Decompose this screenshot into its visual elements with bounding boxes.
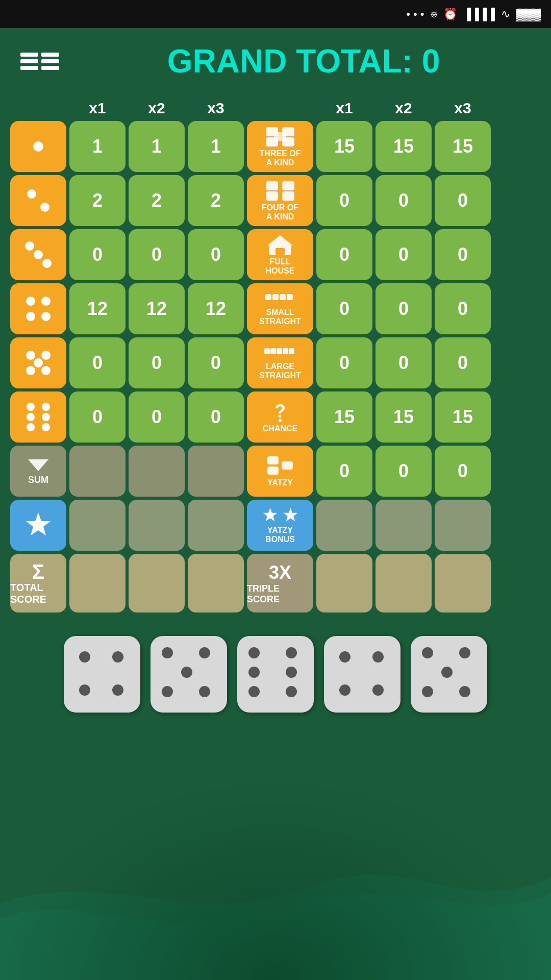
score-fives-x1[interactable]: 0 [69,337,126,388]
die-twos[interactable] [10,175,66,226]
col-header-x3: x3 [188,100,244,117]
total-score-cell[interactable]: Σ TOTAL SCORE [10,554,66,612]
yatzy-bonus-x2[interactable] [375,500,432,551]
die-3[interactable] [237,636,314,713]
score-full-house-x1[interactable]: 0 [316,229,372,280]
score-sixes-x1[interactable]: 0 [69,391,126,443]
score-fives-x3[interactable]: 0 [188,337,244,388]
score-full-house-x3[interactable]: 0 [435,229,491,280]
svg-rect-35 [289,348,294,354]
score-three-kind-x1[interactable]: 15 [316,121,372,172]
die-face-2 [20,183,56,218]
large-straight-cell[interactable]: LARGESTRAIGHT [247,337,313,388]
four-of-a-kind-cell[interactable]: FOUR OFA KIND [247,175,313,226]
die-fives[interactable] [10,337,66,388]
score-small-str-x2[interactable]: 0 [375,283,432,334]
score-small-str-x3[interactable]: 0 [435,283,491,334]
score-chance-x2[interactable]: 15 [375,391,432,443]
full-house-cell[interactable]: FULLHOUSE [247,229,313,280]
die-5[interactable] [411,636,487,713]
die-ones[interactable] [10,121,66,172]
triple-x3[interactable] [435,554,491,612]
dot [441,667,453,678]
column-headers: x1 x2 x3 x1 x2 x3 [10,100,541,117]
sum-cell[interactable]: SUM [10,446,66,497]
dot [162,647,173,658]
die-face-5 [20,345,56,381]
bonus-x3[interactable] [188,500,244,551]
total-x1[interactable] [69,554,126,612]
score-fours-x2[interactable]: 12 [129,283,185,334]
die-1[interactable] [64,636,140,713]
score-fives-x2[interactable]: 0 [129,337,185,388]
die-4[interactable] [324,636,400,713]
score-yatzy-x2[interactable]: 0 [375,446,432,497]
svg-point-14 [42,259,52,268]
die-2[interactable] [151,636,227,713]
score-threes-x1[interactable]: 0 [69,229,126,280]
small-straight-cell[interactable]: SMALLSTRAIGHT [247,283,313,334]
yatzy-cell[interactable]: YATZY [247,446,313,497]
score-ones-x1[interactable]: 1 [69,121,126,172]
bonus-x1[interactable] [69,500,126,551]
menu-line [41,53,59,57]
score-fours-x3[interactable]: 12 [188,283,244,334]
score-four-kind-x2[interactable]: 0 [375,175,432,226]
score-twos-x2[interactable]: 2 [129,175,185,226]
svg-point-21 [41,312,51,321]
score-threes-x2[interactable]: 0 [129,229,185,280]
score-sixes-x3[interactable]: 0 [188,391,244,443]
score-twos-x3[interactable]: 2 [188,175,244,226]
menu-button[interactable] [15,41,56,82]
yatzy-icon [266,455,294,477]
svg-point-28 [34,358,43,368]
score-three-kind-x3[interactable]: 15 [435,121,491,172]
score-small-str-x1[interactable]: 0 [316,283,372,334]
svg-marker-15 [267,235,293,246]
three-of-a-kind-cell[interactable]: THREE OFA KIND [247,121,313,172]
score-chance-x1[interactable]: 15 [316,391,372,443]
bonus-cell[interactable] [10,500,66,551]
sum-x3[interactable] [188,446,244,497]
die-fours[interactable] [10,283,66,334]
score-grid: x1 x2 x3 x1 x2 x3 1 1 1 THREE OFA KIND [0,94,551,621]
die-sixes[interactable] [10,391,66,443]
total-x3[interactable] [188,554,244,612]
score-chance-x3[interactable]: 15 [435,391,491,443]
svg-point-18 [26,297,35,306]
score-sixes-x2[interactable]: 0 [129,391,185,443]
triple-score-cell[interactable]: 3X TRIPLE SCORE [247,554,313,612]
die-threes[interactable] [10,229,66,280]
triple-x1[interactable] [316,554,372,612]
score-large-str-x1[interactable]: 0 [316,337,372,388]
score-yatzy-x3[interactable]: 0 [435,446,491,497]
score-large-str-x3[interactable]: 0 [435,337,491,388]
score-threes-x3[interactable]: 0 [188,229,244,280]
score-yatzy-x1[interactable]: 0 [316,446,372,497]
svg-point-37 [42,403,50,411]
score-ones-x2[interactable]: 1 [129,121,185,172]
score-four-kind-x1[interactable]: 0 [316,175,372,226]
full-house-label: FULLHOUSE [266,257,295,275]
three-of-kind-label: THREE OFA KIND [260,149,301,167]
score-three-kind-x2[interactable]: 15 [375,121,432,172]
dot [162,686,173,697]
dot [286,647,297,658]
triple-x2[interactable] [375,554,432,612]
score-full-house-x2[interactable]: 0 [375,229,432,280]
sum-x1[interactable] [69,446,126,497]
yatzy-bonus-x1[interactable] [316,500,372,551]
yatzy-bonus-x3[interactable] [435,500,491,551]
score-twos-x1[interactable]: 2 [69,175,126,226]
total-x2[interactable] [129,554,185,612]
full-house-icon [266,234,294,256]
score-fours-x1[interactable]: 12 [69,283,126,334]
yatzy-bonus-cell[interactable]: YATZYBONUS [247,500,313,551]
score-four-kind-x3[interactable]: 0 [435,175,491,226]
score-ones-x3[interactable]: 1 [188,121,244,172]
sum-x2[interactable] [129,446,185,497]
yatzy-bonus-star1-icon [261,506,279,524]
chance-cell[interactable]: ? CHANCE [247,391,313,443]
score-large-str-x2[interactable]: 0 [375,337,432,388]
bonus-x2[interactable] [129,500,185,551]
